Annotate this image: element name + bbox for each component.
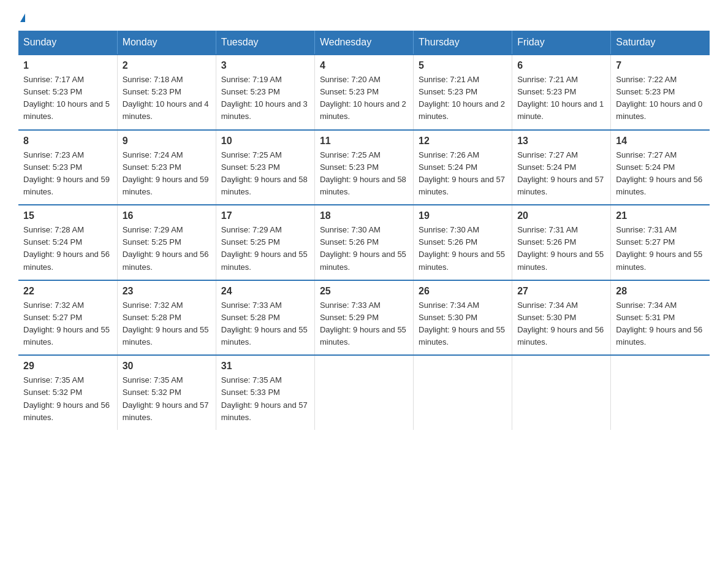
day-info: Sunrise: 7:31 AMSunset: 5:27 PMDaylight:… [616, 224, 705, 274]
calendar-table: SundayMondayTuesdayWednesdayThursdayFrid… [18, 31, 710, 430]
calendar-cell: 22Sunrise: 7:32 AMSunset: 5:27 PMDayligh… [18, 280, 117, 356]
day-info: Sunrise: 7:27 AMSunset: 5:24 PMDaylight:… [517, 149, 605, 199]
day-info: Sunrise: 7:35 AMSunset: 5:32 PMDaylight:… [123, 374, 211, 424]
day-number: 24 [221, 286, 309, 297]
calendar-week-row: 8Sunrise: 7:23 AMSunset: 5:23 PMDaylight… [18, 130, 710, 205]
col-header-tuesday: Tuesday [216, 31, 314, 55]
calendar-cell [314, 355, 413, 430]
day-info: Sunrise: 7:29 AMSunset: 5:25 PMDaylight:… [221, 224, 309, 274]
calendar-cell: 15Sunrise: 7:28 AMSunset: 5:24 PMDayligh… [18, 205, 117, 280]
day-info: Sunrise: 7:25 AMSunset: 5:23 PMDaylight:… [320, 149, 408, 199]
day-info: Sunrise: 7:21 AMSunset: 5:23 PMDaylight:… [517, 74, 605, 123]
day-number: 16 [123, 210, 211, 221]
calendar-cell: 5Sunrise: 7:21 AMSunset: 5:23 PMDaylight… [414, 55, 512, 130]
day-number: 4 [320, 60, 408, 71]
col-header-wednesday: Wednesday [314, 31, 413, 55]
calendar-cell: 2Sunrise: 7:18 AMSunset: 5:23 PMDaylight… [117, 55, 216, 130]
calendar-week-row: 15Sunrise: 7:28 AMSunset: 5:24 PMDayligh… [18, 205, 710, 280]
day-info: Sunrise: 7:31 AMSunset: 5:26 PMDaylight:… [517, 224, 605, 274]
day-number: 17 [221, 210, 309, 221]
calendar-cell: 16Sunrise: 7:29 AMSunset: 5:25 PMDayligh… [117, 205, 216, 280]
day-number: 5 [419, 60, 507, 71]
calendar-week-row: 22Sunrise: 7:32 AMSunset: 5:27 PMDayligh… [18, 280, 710, 356]
day-number: 22 [23, 286, 112, 297]
calendar-cell: 18Sunrise: 7:30 AMSunset: 5:26 PMDayligh… [314, 205, 413, 280]
day-info: Sunrise: 7:29 AMSunset: 5:25 PMDaylight:… [123, 224, 211, 274]
day-number: 21 [616, 210, 705, 221]
calendar-cell: 21Sunrise: 7:31 AMSunset: 5:27 PMDayligh… [611, 205, 710, 280]
day-number: 25 [320, 286, 408, 297]
day-info: Sunrise: 7:18 AMSunset: 5:23 PMDaylight:… [123, 74, 211, 123]
calendar-cell: 9Sunrise: 7:24 AMSunset: 5:23 PMDaylight… [117, 130, 216, 205]
day-info: Sunrise: 7:27 AMSunset: 5:24 PMDaylight:… [616, 149, 705, 199]
calendar-cell: 25Sunrise: 7:33 AMSunset: 5:29 PMDayligh… [314, 280, 413, 356]
day-info: Sunrise: 7:35 AMSunset: 5:33 PMDaylight:… [221, 374, 309, 424]
day-number: 29 [23, 361, 112, 372]
day-info: Sunrise: 7:30 AMSunset: 5:26 PMDaylight:… [419, 224, 507, 274]
day-number: 15 [23, 210, 112, 221]
day-number: 3 [221, 60, 309, 71]
calendar-cell [611, 355, 710, 430]
calendar-header-row: SundayMondayTuesdayWednesdayThursdayFrid… [18, 31, 710, 55]
day-number: 10 [221, 136, 309, 147]
calendar-cell [512, 355, 611, 430]
calendar-week-row: 29Sunrise: 7:35 AMSunset: 5:32 PMDayligh… [18, 355, 710, 430]
day-number: 13 [517, 136, 605, 147]
calendar-cell: 26Sunrise: 7:34 AMSunset: 5:30 PMDayligh… [414, 280, 512, 356]
day-number: 8 [23, 136, 112, 147]
calendar-cell: 29Sunrise: 7:35 AMSunset: 5:32 PMDayligh… [18, 355, 117, 430]
day-info: Sunrise: 7:34 AMSunset: 5:30 PMDaylight:… [419, 299, 507, 349]
calendar-cell: 14Sunrise: 7:27 AMSunset: 5:24 PMDayligh… [611, 130, 710, 205]
col-header-saturday: Saturday [611, 31, 710, 55]
day-info: Sunrise: 7:20 AMSunset: 5:23 PMDaylight:… [320, 74, 408, 123]
day-info: Sunrise: 7:33 AMSunset: 5:28 PMDaylight:… [221, 299, 309, 349]
day-info: Sunrise: 7:24 AMSunset: 5:23 PMDaylight:… [123, 149, 211, 199]
calendar-cell: 4Sunrise: 7:20 AMSunset: 5:23 PMDaylight… [314, 55, 413, 130]
calendar-cell: 19Sunrise: 7:30 AMSunset: 5:26 PMDayligh… [414, 205, 512, 280]
day-number: 1 [23, 60, 112, 71]
col-header-thursday: Thursday [414, 31, 512, 55]
day-number: 7 [616, 60, 705, 71]
calendar-week-row: 1Sunrise: 7:17 AMSunset: 5:23 PMDaylight… [18, 55, 710, 130]
calendar-cell: 11Sunrise: 7:25 AMSunset: 5:23 PMDayligh… [314, 130, 413, 205]
day-info: Sunrise: 7:30 AMSunset: 5:26 PMDaylight:… [320, 224, 408, 274]
calendar-cell: 6Sunrise: 7:21 AMSunset: 5:23 PMDaylight… [512, 55, 611, 130]
calendar-cell: 1Sunrise: 7:17 AMSunset: 5:23 PMDaylight… [18, 55, 117, 130]
day-info: Sunrise: 7:19 AMSunset: 5:23 PMDaylight:… [221, 74, 309, 123]
calendar-cell: 7Sunrise: 7:22 AMSunset: 5:23 PMDaylight… [611, 55, 710, 130]
day-number: 11 [320, 136, 408, 147]
day-info: Sunrise: 7:23 AMSunset: 5:23 PMDaylight:… [23, 149, 112, 199]
calendar-cell: 12Sunrise: 7:26 AMSunset: 5:24 PMDayligh… [414, 130, 512, 205]
day-number: 12 [419, 136, 507, 147]
day-number: 14 [616, 136, 705, 147]
logo-triangle-icon [20, 13, 25, 22]
logo-line1 [18, 12, 25, 21]
day-number: 19 [419, 210, 507, 221]
day-info: Sunrise: 7:26 AMSunset: 5:24 PMDaylight:… [419, 149, 507, 199]
calendar-cell: 8Sunrise: 7:23 AMSunset: 5:23 PMDaylight… [18, 130, 117, 205]
day-number: 6 [517, 60, 605, 71]
day-number: 9 [123, 136, 211, 147]
day-number: 18 [320, 210, 408, 221]
calendar-cell [414, 355, 512, 430]
col-header-sunday: Sunday [18, 31, 117, 55]
day-info: Sunrise: 7:35 AMSunset: 5:32 PMDaylight:… [23, 374, 112, 424]
col-header-monday: Monday [117, 31, 216, 55]
calendar-cell: 24Sunrise: 7:33 AMSunset: 5:28 PMDayligh… [216, 280, 314, 356]
col-header-friday: Friday [512, 31, 611, 55]
calendar-cell: 30Sunrise: 7:35 AMSunset: 5:32 PMDayligh… [117, 355, 216, 430]
day-number: 2 [123, 60, 211, 71]
day-info: Sunrise: 7:32 AMSunset: 5:27 PMDaylight:… [23, 299, 112, 349]
day-info: Sunrise: 7:25 AMSunset: 5:23 PMDaylight:… [221, 149, 309, 199]
calendar-cell: 20Sunrise: 7:31 AMSunset: 5:26 PMDayligh… [512, 205, 611, 280]
day-number: 31 [221, 361, 309, 372]
calendar-cell: 13Sunrise: 7:27 AMSunset: 5:24 PMDayligh… [512, 130, 611, 205]
day-number: 28 [616, 286, 705, 297]
day-info: Sunrise: 7:34 AMSunset: 5:30 PMDaylight:… [517, 299, 605, 349]
calendar-cell: 23Sunrise: 7:32 AMSunset: 5:28 PMDayligh… [117, 280, 216, 356]
calendar-cell: 17Sunrise: 7:29 AMSunset: 5:25 PMDayligh… [216, 205, 314, 280]
day-info: Sunrise: 7:33 AMSunset: 5:29 PMDaylight:… [320, 299, 408, 349]
day-info: Sunrise: 7:34 AMSunset: 5:31 PMDaylight:… [616, 299, 705, 349]
day-info: Sunrise: 7:28 AMSunset: 5:24 PMDaylight:… [23, 224, 112, 274]
day-info: Sunrise: 7:21 AMSunset: 5:23 PMDaylight:… [419, 74, 507, 123]
